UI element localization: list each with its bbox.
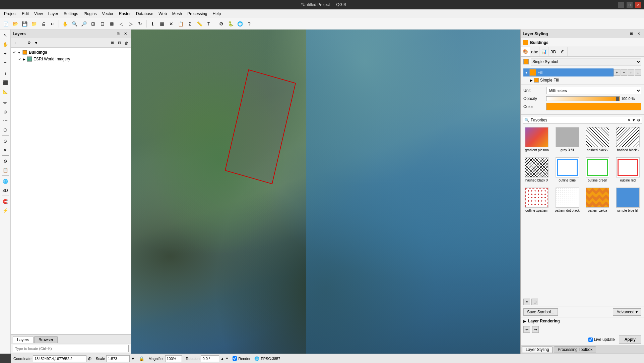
globe-view[interactable]: 🌐	[1, 177, 10, 186]
symbol-hashed-cross[interactable]: hashed black X	[523, 156, 551, 184]
coordinate-input[interactable]	[33, 355, 86, 362]
refresh-button[interactable]: ↻	[136, 19, 144, 28]
layer-item-esri[interactable]: ✓ ▶ ESRI World Imagery	[12, 56, 129, 62]
scale-dropdown-arrow[interactable]: ▼	[131, 357, 135, 361]
layers-close-button[interactable]: ✕	[122, 31, 129, 37]
select-button[interactable]: ▦	[157, 19, 166, 28]
collapse-all-btn[interactable]: ⊟	[116, 40, 123, 46]
menu-raster[interactable]: Raster	[116, 11, 133, 17]
symbol-gray-fill[interactable]: gray 3 fill	[553, 125, 582, 154]
layers-float-button[interactable]: ⊞	[115, 31, 121, 37]
simple-fill-row[interactable]: ▶ Simple Fill	[523, 77, 641, 83]
move-up-symbol-btn[interactable]: ↑	[628, 69, 634, 76]
live-update-checkbox[interactable]	[588, 338, 593, 342]
scale-input[interactable]	[106, 355, 130, 362]
symbol-pattern-zelda[interactable]: pattern zelda	[583, 186, 612, 214]
layer-visibility-esri[interactable]: ✓	[18, 57, 21, 61]
favorites-options-btn[interactable]: ▼	[632, 118, 636, 122]
advanced-lt[interactable]: ⚡	[1, 206, 10, 215]
layer-expand-buildings[interactable]: ▼	[17, 51, 21, 54]
save-symbol-button[interactable]: Save Symbol...	[523, 308, 558, 316]
new-project-button[interactable]: 📄	[1, 19, 10, 28]
symbol-simple-blue-fill[interactable]: simple blue fill	[614, 186, 642, 214]
symbol-outline-green[interactable]: outline green	[583, 156, 612, 184]
add-line[interactable]: 〰	[1, 116, 10, 125]
remove-all-btn[interactable]: 🗑	[123, 40, 130, 46]
label-button[interactable]: T	[204, 19, 213, 28]
symbol-hashed-bwd[interactable]: hashed black \	[614, 125, 642, 154]
zoom-layer-button[interactable]: ⊟	[98, 19, 107, 28]
menu-help[interactable]: Help	[210, 11, 224, 17]
redo-styling-btn[interactable]: ↪	[532, 326, 539, 333]
menu-database[interactable]: Database	[133, 11, 156, 17]
minimize-button[interactable]: −	[618, 2, 624, 8]
menu-settings[interactable]: Settings	[61, 11, 81, 17]
color-picker[interactable]	[546, 103, 641, 110]
unit-select[interactable]: Millimeters Pixels Points	[546, 87, 641, 94]
menu-mesh[interactable]: Mesh	[170, 11, 185, 17]
symbol-pattern-dot[interactable]: pattern dot black	[553, 186, 582, 214]
layer-properties[interactable]: ⚙	[1, 157, 10, 165]
save-as-button[interactable]: 📁	[29, 19, 38, 28]
favorites-input[interactable]	[531, 118, 626, 122]
toggle-edit[interactable]: ✏	[1, 98, 10, 107]
menu-edit[interactable]: Edit	[19, 11, 31, 17]
select-features[interactable]: ⬛	[1, 78, 10, 87]
open-layer-props[interactable]: ⚙	[26, 40, 33, 46]
favorites-settings-btn[interactable]: ⚙	[637, 118, 640, 122]
list-view-btn[interactable]: ≡	[523, 299, 530, 305]
renderer-type-select[interactable]: Single Symbol Categorized Graduated	[531, 58, 641, 65]
menu-layer[interactable]: Layer	[46, 11, 61, 17]
undo-styling-btn[interactable]: ↩	[523, 326, 530, 333]
browser-button[interactable]: 🌐	[236, 19, 244, 28]
styling-tab-renderer[interactable]: 🎨	[521, 47, 530, 56]
layer-rendering-arrow[interactable]: ▶	[523, 319, 526, 323]
fill-row[interactable]: ▼ Fill	[523, 68, 614, 76]
menu-vector[interactable]: Vector	[100, 11, 116, 17]
identify-features[interactable]: ℹ	[1, 69, 10, 78]
add-layer-btn[interactable]: +	[12, 40, 18, 46]
deselect-button[interactable]: ✕	[167, 19, 176, 28]
filter-layer-btn[interactable]: ▼	[33, 40, 40, 46]
zoom-prev-button[interactable]: ◁	[117, 19, 126, 28]
symbol-outline-xpattern[interactable]: outline xpattern	[523, 186, 551, 214]
add-polygon[interactable]: ⬡	[1, 125, 10, 134]
icon-view-btn[interactable]: ⊞	[531, 299, 538, 305]
python-button[interactable]: 🐍	[226, 19, 235, 28]
menu-processing[interactable]: Processing	[185, 11, 210, 17]
menu-plugins[interactable]: Plugins	[81, 11, 99, 17]
add-symbol-btn[interactable]: +	[614, 69, 620, 76]
maximize-button[interactable]: □	[627, 2, 633, 8]
expand-all-btn[interactable]: ⊞	[109, 40, 116, 46]
pan-tool[interactable]: ✋	[61, 19, 69, 28]
remove-symbol-btn[interactable]: −	[621, 69, 627, 76]
zoom-in[interactable]: +	[1, 49, 10, 58]
zoom-out-button[interactable]: 🔎	[79, 19, 88, 28]
help-btn[interactable]: ?	[245, 19, 254, 28]
statistics-button[interactable]: Σ	[186, 19, 194, 28]
symbol-hashed-fwd[interactable]: hashed black /	[583, 125, 612, 154]
magnifier-input[interactable]	[165, 355, 182, 362]
move-down-symbol-btn[interactable]: ↓	[635, 69, 641, 76]
layer-name-buildings[interactable]: Buildings	[29, 50, 47, 55]
advanced-button[interactable]: Advanced ▾	[613, 308, 641, 316]
close-button[interactable]: ✕	[635, 2, 641, 8]
styling-tab-3d[interactable]: 3D	[549, 47, 558, 56]
rotation-up-btn[interactable]: ▲	[220, 357, 224, 360]
tab-layers[interactable]: Layers	[13, 336, 34, 343]
remove-layer-btn[interactable]: −	[19, 40, 25, 46]
zoom-selection-button[interactable]: ⊠	[108, 19, 116, 28]
tab-browser[interactable]: Browser	[34, 336, 58, 343]
clear-favorites-btn[interactable]: ✕	[628, 118, 631, 122]
open-project-button[interactable]: 📂	[11, 19, 19, 28]
styling-close-btn[interactable]: ✕	[635, 31, 642, 37]
plugins-button[interactable]: ⚙	[217, 19, 226, 28]
symbol-outline-blue[interactable]: outline blue	[553, 156, 582, 184]
layer-name-esri[interactable]: ESRI World Imagery	[34, 57, 70, 61]
identify-button[interactable]: ℹ	[148, 19, 157, 28]
open-table[interactable]: 📋	[1, 166, 10, 174]
move-vertex[interactable]: ⊙	[1, 137, 10, 145]
select-arrow[interactable]: ↖	[1, 31, 10, 40]
styling-tab-labels[interactable]: abc	[530, 47, 539, 56]
styling-tab-diagram[interactable]: 📊	[539, 47, 549, 56]
